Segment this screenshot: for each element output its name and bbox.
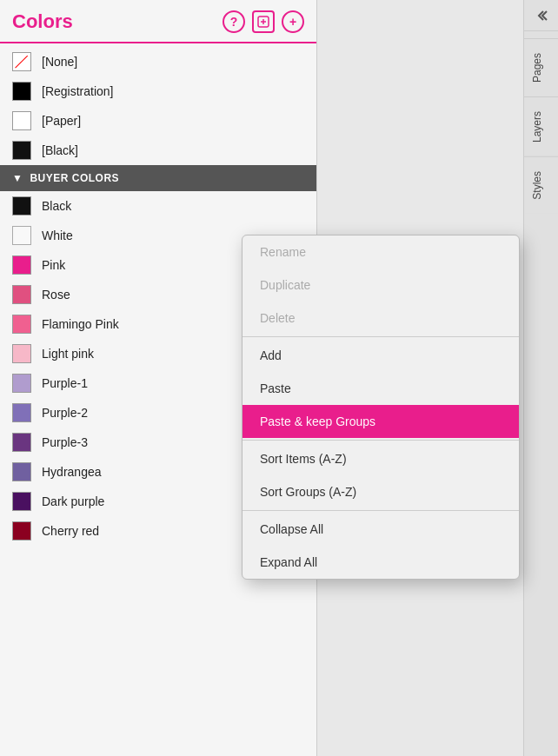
color-item[interactable]: [Paper] <box>0 106 316 136</box>
color-item-label: Dark purple <box>42 494 104 508</box>
color-item[interactable]: [Black] <box>0 136 316 165</box>
new-group-icon[interactable] <box>252 10 275 33</box>
menu-item-add[interactable]: Add <box>242 339 519 372</box>
color-item-label: [Black] <box>42 143 78 157</box>
section-label: BUYER COLORS <box>30 172 119 184</box>
color-item-label: Hydrangea <box>42 465 102 479</box>
color-swatch <box>12 315 31 334</box>
color-swatch <box>12 285 31 304</box>
color-item-label: Purple-1 <box>42 376 88 390</box>
menu-item-paste[interactable]: Paste <box>242 372 519 405</box>
menu-item-expand-all[interactable]: Expand All <box>242 546 519 579</box>
menu-item-delete: Delete <box>242 302 519 335</box>
color-swatch <box>12 52 31 71</box>
color-item[interactable]: [None] <box>0 47 316 76</box>
add-color-icon[interactable]: + <box>282 10 304 33</box>
menu-item-collapse-all[interactable]: Collapse All <box>242 513 519 546</box>
color-item-label: [Registration] <box>42 84 113 98</box>
color-swatch <box>12 111 31 130</box>
color-swatch <box>12 82 31 101</box>
color-swatch <box>12 255 31 275</box>
menu-item-paste--keep-groups[interactable]: Paste & keep Groups <box>242 405 519 438</box>
collapse-button[interactable] <box>524 0 559 31</box>
color-swatch <box>12 521 31 540</box>
menu-divider <box>242 440 519 441</box>
color-item-label: Cherry red <box>42 524 99 538</box>
tab-layers[interactable]: Layers <box>524 96 558 156</box>
menu-divider <box>242 336 519 337</box>
menu-item-rename: Rename <box>242 235 519 269</box>
color-swatch <box>12 462 31 481</box>
panel-header: Colors ? + <box>0 0 316 43</box>
color-item[interactable]: [Registration] <box>0 76 316 106</box>
color-item-label: Purple-3 <box>42 435 88 449</box>
buyer-colors-section-header[interactable]: ▼BUYER COLORS <box>0 165 316 191</box>
menu-item-sort-groups-a-z[interactable]: Sort Groups (A-Z) <box>242 475 519 508</box>
tab-styles[interactable]: Styles <box>524 156 558 214</box>
color-swatch <box>12 374 31 393</box>
color-swatch <box>12 141 31 160</box>
right-panel: PagesLayersStyles <box>523 0 558 756</box>
color-swatch <box>12 403 31 422</box>
color-item-label: [Paper] <box>42 114 81 128</box>
context-menu: RenameDuplicateDeleteAddPastePaste & kee… <box>242 235 520 580</box>
help-icon[interactable]: ? <box>223 10 245 33</box>
color-item-label: White <box>42 229 73 242</box>
color-item-label: Black <box>42 199 71 213</box>
color-item-label: Light pink <box>42 347 94 361</box>
section-arrow: ▼ <box>12 172 23 184</box>
color-swatch <box>12 226 31 245</box>
color-swatch <box>12 344 31 363</box>
menu-item-sort-items-a-z[interactable]: Sort Items (A-Z) <box>242 442 519 475</box>
tab-pages[interactable]: Pages <box>524 38 558 96</box>
buyer-color-item[interactable]: Black <box>0 191 316 221</box>
color-item-label: Rose <box>42 288 70 302</box>
color-item-label: Pink <box>42 258 65 272</box>
color-swatch <box>12 433 31 452</box>
header-icons: ? + <box>223 10 304 33</box>
color-item-label: [None] <box>42 55 77 69</box>
color-item-label: Purple-2 <box>42 406 88 420</box>
color-item-label: Flamingo Pink <box>42 317 119 331</box>
menu-item-duplicate: Duplicate <box>242 269 519 302</box>
side-tabs: PagesLayersStyles <box>524 38 558 214</box>
panel-title: Colors <box>12 10 73 33</box>
menu-divider <box>242 510 519 511</box>
color-swatch <box>12 196 31 216</box>
color-swatch <box>12 492 31 511</box>
